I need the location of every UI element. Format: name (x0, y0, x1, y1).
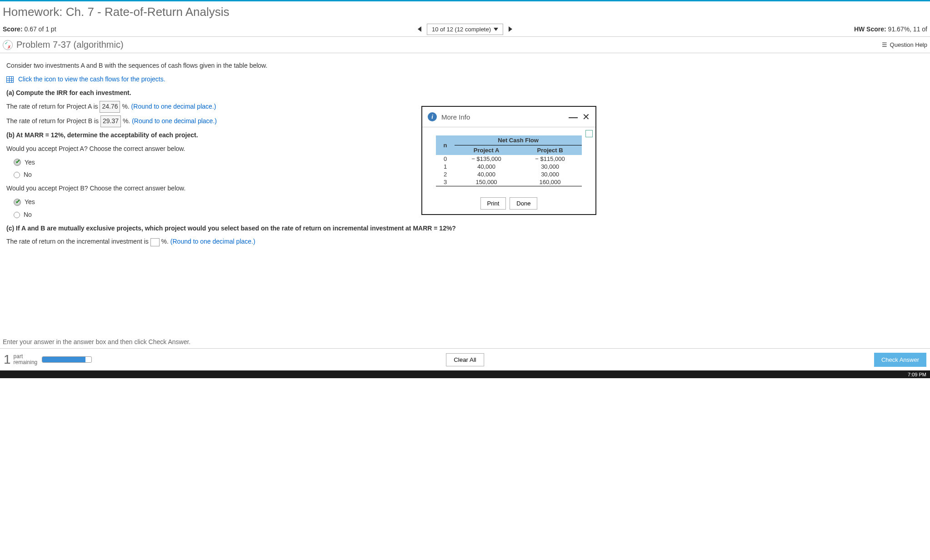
score-label: Score: 0.67 of 1 pt (3, 25, 56, 33)
taskbar[interactable]: 7:09 PM (0, 370, 930, 378)
radio-icon (14, 172, 20, 178)
popup-title: More Info (441, 113, 470, 121)
table-row: 3150,000160,000 (436, 178, 582, 186)
progress-bar (42, 356, 92, 363)
footer-bar: 1 part remaining Clear All Check Answer (0, 348, 930, 370)
prev-question-button[interactable] (414, 24, 425, 35)
table-row: 240,00030,000 (436, 170, 582, 178)
question-selector-dropdown[interactable]: 10 of 12 (12 complete) (427, 24, 503, 35)
list-icon: ☰ (882, 41, 887, 48)
status-icon (3, 40, 13, 50)
popup-header[interactable]: i More Info — ✕ (422, 107, 595, 127)
popup-footer: Print Done (422, 193, 595, 214)
radio-checked-icon (14, 199, 21, 206)
incr-line: The rate of return on the incremental in… (6, 236, 924, 247)
taskbar-clock: 7:09 PM (908, 372, 926, 377)
enter-hint: Enter your answer in the answer box and … (0, 335, 930, 348)
part-c-label: (c) If A and B are mutually exclusive pr… (6, 223, 924, 234)
intro-text: Consider two investments A and B with th… (6, 60, 924, 71)
chevron-down-icon (494, 28, 498, 31)
check-answer-button[interactable]: Check Answer (874, 353, 926, 367)
chevron-left-icon (418, 26, 421, 32)
info-icon: i (428, 112, 437, 121)
cash-flow-table: nNet Cash Flow Project AProject B 0− $13… (436, 135, 582, 186)
close-button[interactable]: ✕ (582, 111, 590, 122)
more-info-popup: i More Info — ✕ nNet Cash Flow Project A… (421, 106, 596, 215)
parts-remaining-count: 1 (4, 352, 11, 367)
copy-icon[interactable] (585, 130, 593, 137)
answer-b-input[interactable]: 29.37 (100, 115, 121, 127)
minimize-button[interactable]: — (569, 112, 578, 122)
table-row: 0− $135,000− $115,000 (436, 155, 582, 163)
part-a-label: (a) Compute the IRR for each investment. (6, 88, 924, 99)
question-nav: 10 of 12 (12 complete) (414, 24, 516, 35)
table-icon (6, 76, 14, 83)
table-row: 140,00030,000 (436, 163, 582, 170)
answer-a-input[interactable]: 24.76 (100, 101, 120, 113)
cash-flow-link[interactable]: Click the icon to view the cash flows fo… (6, 74, 924, 85)
problem-row: Problem 7-37 (algorithmic) ☰ Question He… (0, 37, 930, 53)
hw-score: HW Score: 91.67%, 11 of (854, 25, 927, 33)
done-button[interactable]: Done (510, 197, 537, 210)
answer-c-input[interactable] (150, 238, 160, 246)
problem-title: Problem 7-37 (algorithmic) (16, 40, 124, 50)
radio-checked-icon (14, 159, 21, 166)
clear-all-button[interactable]: Clear All (446, 353, 484, 366)
bottom-area: Enter your answer in the answer box and … (0, 335, 930, 370)
chevron-right-icon (509, 26, 512, 32)
parts-remaining-label: part remaining (14, 354, 38, 365)
radio-icon (14, 212, 20, 218)
score-row: Score: 0.67 of 1 pt 10 of 12 (12 complet… (0, 25, 930, 37)
question-help-button[interactable]: ☰ Question Help (882, 41, 927, 48)
popup-body: nNet Cash Flow Project AProject B 0− $13… (422, 127, 595, 193)
page-title: Homework: Ch. 7 - Rate-of-Return Analysi… (0, 1, 930, 25)
print-button[interactable]: Print (480, 197, 506, 210)
next-question-button[interactable] (505, 24, 516, 35)
